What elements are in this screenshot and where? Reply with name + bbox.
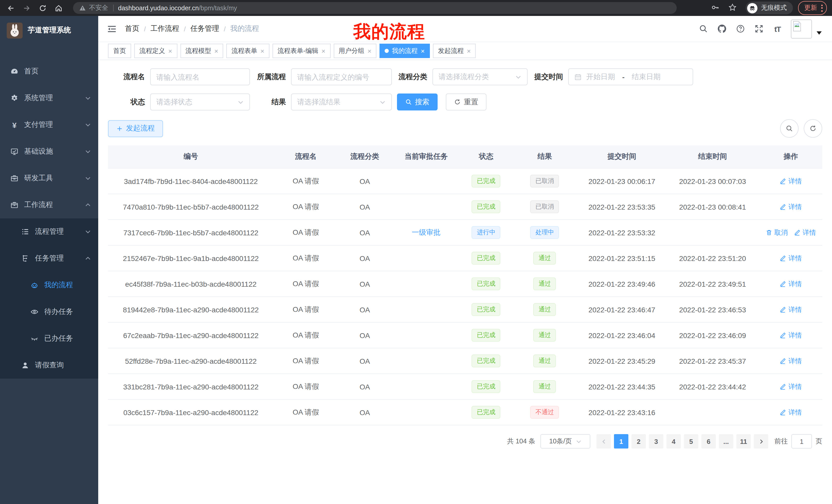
search-icon[interactable] [698, 24, 709, 34]
page-button-6[interactable]: 6 [701, 434, 716, 449]
tab-close-icon[interactable]: × [367, 48, 371, 54]
page-button-4[interactable]: 4 [667, 434, 681, 449]
reset-button[interactable]: 重置 [446, 93, 487, 110]
avatar-caret-icon[interactable] [816, 28, 822, 37]
page-size-value: 10条/页 [549, 437, 572, 446]
refresh-icon [454, 99, 461, 105]
detail-link[interactable]: 详情 [780, 305, 802, 314]
sidebar-menu: 首页 系统管理 ¥ 支付管理 基础设施 [0, 58, 98, 379]
url-domain[interactable]: dashboard.yudao.iocoder.cn [118, 4, 199, 11]
detail-link[interactable]: 详情 [780, 356, 802, 366]
page-size-select[interactable]: 10条/页 [541, 434, 590, 449]
page-button-2[interactable]: 2 [631, 434, 646, 449]
sidebar-item-devtools[interactable]: 研发工具 [0, 165, 98, 192]
current-task-link[interactable]: 一级审批 [412, 228, 441, 236]
detail-link[interactable]: 详情 [780, 408, 802, 417]
cell-end-time: 2022-01-22 23:45:37 [666, 348, 759, 374]
detail-link[interactable]: 详情 [780, 176, 802, 186]
key-icon[interactable] [711, 3, 721, 13]
page-button-11[interactable]: 11 [736, 434, 751, 449]
table-search-icon[interactable] [780, 119, 799, 138]
tab-流程表单-编辑[interactable]: 流程表单-编辑× [272, 44, 331, 58]
next-page-button[interactable] [754, 434, 768, 449]
sidebar-item-todo-tasks[interactable]: 待办任务 [0, 299, 98, 325]
detail-link[interactable]: 详情 [780, 254, 802, 263]
cancel-link[interactable]: 取消 [766, 228, 788, 237]
breadcrumb-item[interactable]: 首页 [125, 24, 139, 33]
tab-流程表单[interactable]: 流程表单× [226, 44, 269, 58]
github-icon[interactable] [717, 24, 727, 34]
tab-label: 发起流程 [438, 47, 464, 55]
end-date-placeholder[interactable]: 结束日期 [632, 72, 660, 81]
bookmark-star-icon[interactable] [728, 3, 738, 13]
status-select[interactable]: 请选择状态 [150, 93, 250, 110]
tab-close-icon[interactable]: × [321, 48, 325, 54]
pen-icon [780, 358, 786, 364]
sidebar-item-system[interactable]: 系统管理 [0, 85, 98, 111]
browser-menu-icon[interactable] [821, 4, 823, 11]
reload-icon[interactable] [37, 2, 48, 13]
tab-流程定义[interactable]: 流程定义× [134, 44, 177, 58]
result-select[interactable]: 请选择流结果 [291, 93, 392, 110]
goto-page-input[interactable] [791, 434, 812, 449]
sidebar-item-infra[interactable]: 基础设施 [0, 138, 98, 165]
sidebar-item-payment[interactable]: ¥ 支付管理 [0, 111, 98, 138]
tab-我的流程[interactable]: 我的流程× [380, 44, 430, 58]
tab-发起流程[interactable]: 发起流程× [433, 44, 476, 58]
collapse-sidebar-icon[interactable] [107, 24, 117, 34]
fullscreen-icon[interactable] [754, 24, 764, 34]
sidebar-item-leave-query[interactable]: 请假查询 [0, 352, 98, 379]
help-icon[interactable] [735, 24, 746, 34]
page-button-3[interactable]: 3 [649, 434, 663, 449]
tab-close-icon[interactable]: × [421, 48, 424, 54]
chevron-down-icon [85, 229, 91, 235]
sidebar-item-done-tasks[interactable]: 已办任务 [0, 325, 98, 352]
home-icon[interactable] [53, 2, 64, 13]
sidebar-item-my-process[interactable]: 我的流程 [0, 272, 98, 299]
tab-close-icon[interactable]: × [214, 48, 218, 54]
address-bar[interactable]: 不安全 dashboard.yudao.iocoder.cn/bpm/task/… [73, 2, 677, 14]
sidebar-item-process-mgmt[interactable]: 流程管理 [0, 218, 98, 245]
start-process-button[interactable]: 发起流程 [108, 120, 163, 137]
category-select[interactable]: 请选择流程分类 [433, 68, 527, 85]
security-warning[interactable]: 不安全 [89, 4, 108, 12]
breadcrumb-item[interactable]: 工作流程 [150, 24, 179, 33]
cell-current-task [392, 297, 461, 323]
prev-page-button[interactable] [597, 434, 611, 449]
avatar[interactable] [791, 19, 812, 38]
table-refresh-icon[interactable] [804, 119, 822, 138]
sidebar-item-workflow[interactable]: 工作流程 [0, 192, 98, 218]
sidebar-item-task-mgmt[interactable]: 任务管理 [0, 245, 98, 272]
detail-link[interactable]: 详情 [780, 382, 802, 391]
detail-link[interactable]: 详情 [780, 202, 802, 212]
tab-close-icon[interactable]: × [168, 48, 172, 54]
tab-close-icon[interactable]: × [260, 48, 264, 54]
process-def-input[interactable] [291, 68, 392, 85]
detail-link[interactable]: 详情 [794, 228, 816, 237]
app-logo-row[interactable]: 芋道管理系统 [0, 16, 98, 45]
back-icon[interactable] [5, 2, 17, 13]
pager-ellipsis[interactable]: ... [719, 434, 733, 449]
pen-icon [780, 281, 786, 287]
submit-time-range[interactable]: 开始日期 - 结束日期 [568, 68, 693, 85]
sidebar-item-label: 系统管理 [24, 93, 79, 103]
forward-icon[interactable] [21, 2, 32, 13]
tab-close-icon[interactable]: × [467, 48, 470, 54]
font-size-icon[interactable]: tT [772, 24, 783, 34]
tab-用户分组[interactable]: 用户分组× [334, 44, 376, 58]
sidebar-item-home[interactable]: 首页 [0, 58, 98, 85]
url-path[interactable]: /bpm/task/my [199, 4, 237, 11]
update-button[interactable]: 更新 [798, 1, 827, 15]
detail-link[interactable]: 详情 [780, 279, 802, 288]
process-name-input[interactable] [150, 68, 250, 85]
update-label[interactable]: 更新 [804, 4, 817, 12]
breadcrumb-item[interactable]: 任务管理 [190, 24, 219, 33]
detail-link[interactable]: 详情 [780, 331, 802, 340]
search-button[interactable]: 搜索 [397, 93, 438, 110]
start-date-placeholder[interactable]: 开始日期 [586, 72, 615, 81]
tab-首页[interactable]: 首页 [108, 44, 131, 58]
page-button-1[interactable]: 1 [614, 434, 628, 449]
tab-流程模型[interactable]: 流程模型× [180, 44, 223, 58]
row-actions: 详情 [760, 279, 822, 288]
page-button-5[interactable]: 5 [684, 434, 698, 449]
